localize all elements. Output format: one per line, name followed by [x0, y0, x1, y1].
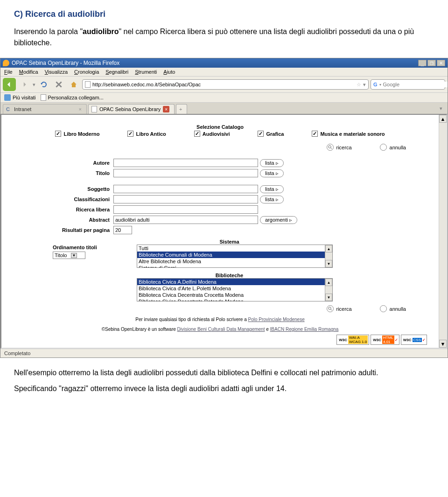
- wai-badge: W3CWAI-AWCAG 1.0: [336, 335, 369, 345]
- firefox-icon: [3, 60, 9, 66]
- lista-classif-button[interactable]: lista▹: [260, 196, 284, 203]
- divisione-link[interactable]: Divisione Beni Culturali Data Management: [177, 327, 265, 332]
- list-item[interactable]: Sistema di Carpi: [137, 265, 325, 267]
- tab-favicon: C: [6, 106, 12, 112]
- scroll-down-icon[interactable]: ▼: [439, 340, 447, 348]
- bookmark-customize[interactable]: Personalizza collegam...: [41, 94, 104, 101]
- titlebar: OPAC Sebina OpenLibrary - Mozilla Firefo…: [0, 58, 448, 68]
- annulla-button-bottom[interactable]: annulla: [380, 305, 406, 312]
- folder-icon: [4, 94, 11, 101]
- menu-view[interactable]: Visualizza: [45, 69, 68, 75]
- polo-link[interactable]: Polo Provinciale Modenese: [248, 317, 305, 322]
- status-bar: Completato: [0, 349, 448, 357]
- footer-note-2: ©Sebina OpenLibrary è un software Divisi…: [6, 327, 434, 332]
- reload-button[interactable]: [37, 78, 50, 91]
- lista-autore-button[interactable]: lista▹: [260, 159, 284, 167]
- argomenti-button[interactable]: argomenti▹: [260, 216, 297, 224]
- url-bar[interactable]: http://sebinaweb.cedoc.mo.it/SebinaOpac/…: [82, 79, 369, 90]
- listbox-biblioteche[interactable]: Biblioteca Civica A.Delfini Modena Bibli…: [137, 278, 333, 301]
- section-title: C) Ricerca di audiolibri: [14, 9, 434, 19]
- label-grafica: Grafica: [266, 131, 284, 137]
- input-classificazioni[interactable]: [113, 195, 258, 203]
- menu-history[interactable]: Cronologia: [74, 69, 99, 75]
- back-button[interactable]: [3, 78, 16, 91]
- tab-bar: C Intranet × OPAC Sebina OpenLibrary × +…: [0, 103, 448, 114]
- checkbox-grafica[interactable]: ✓: [258, 131, 264, 137]
- ricerca-button-top[interactable]: ricerca: [327, 144, 352, 151]
- close-window-button[interactable]: ×: [437, 60, 445, 66]
- input-autore[interactable]: [113, 159, 258, 167]
- label-ordinamento: Ordinamento titoli: [53, 245, 113, 250]
- input-ricerca-libera[interactable]: [113, 205, 258, 214]
- label-audiovisivi: Audiovisivi: [203, 131, 230, 137]
- list-item[interactable]: Biblioteca Civica Decentrata Crocetta Mo…: [137, 292, 325, 298]
- list-item[interactable]: Altre Biblioteche di Modena: [137, 258, 325, 265]
- label-classificazioni: Classificazioni: [53, 196, 113, 202]
- page-icon: [41, 94, 46, 101]
- minimize-button[interactable]: _: [418, 60, 427, 66]
- checkbox-musica[interactable]: ✓: [312, 131, 318, 137]
- w3c-badges: W3CWAI-AWCAG 1.0 W3CHTML4.01✓ W3CCSS✓: [6, 333, 434, 348]
- list-item[interactable]: Biblioteca Civica Decentrata Rotonda Mod…: [137, 298, 325, 301]
- intro-paragraph: Inserendo la parola "audiolibro" nel cam…: [14, 26, 434, 49]
- page-scrollbar[interactable]: ▲ ▼: [439, 115, 447, 348]
- menu-edit[interactable]: Modifica: [19, 69, 38, 75]
- tab-list-button[interactable]: ▾: [437, 104, 445, 114]
- sistema-heading: Sistema: [53, 239, 406, 245]
- star-icon[interactable]: ☆: [357, 82, 361, 88]
- checkbox-audiovisivi[interactable]: ✓: [194, 131, 200, 137]
- label-autore: Autore: [53, 160, 113, 166]
- ricerca-button-bottom[interactable]: ricerca: [327, 305, 352, 312]
- dropdown-ordinamento[interactable]: Titolo▼: [53, 252, 85, 259]
- cancel-circle-icon: [380, 305, 387, 312]
- scroll-up-icon[interactable]: ▲: [439, 115, 447, 123]
- label-risultati: Risultati per pagina: [53, 227, 113, 233]
- input-risultati[interactable]: [113, 226, 132, 234]
- annulla-button-top[interactable]: annulla: [380, 144, 406, 151]
- input-soggetto[interactable]: [113, 185, 258, 193]
- listbox-sistema[interactable]: Tutti Biblioteche Comunali di Modena Alt…: [137, 245, 333, 268]
- label-libro-antico: Libro Antico: [136, 131, 166, 137]
- input-titolo[interactable]: [113, 169, 258, 177]
- search-box[interactable]: G▾: [371, 79, 445, 90]
- list-item[interactable]: Biblioteche Comunali di Modena: [137, 252, 325, 258]
- list-item[interactable]: Biblioteca Civica d'Arte L.Poletti Moden…: [137, 285, 325, 292]
- checkbox-libro-moderno[interactable]: ✓: [55, 131, 61, 137]
- tab-close-icon[interactable]: ×: [163, 106, 169, 112]
- ragazzi-paragraph: Specificando "ragazzi" otterremo invece …: [14, 383, 434, 394]
- maximize-button[interactable]: ❐: [427, 60, 436, 66]
- html-badge: W3CHTML4.01✓: [371, 335, 399, 345]
- google-icon: G: [373, 81, 378, 88]
- label-musica: Musica e materiale sonoro: [320, 131, 385, 137]
- tab-favicon: [91, 106, 97, 112]
- label-abstract: Abstract: [53, 217, 113, 223]
- list-item[interactable]: Tutti: [137, 245, 325, 252]
- listbox-scrollbar[interactable]: ▲▼: [325, 279, 332, 301]
- stop-button[interactable]: [52, 78, 65, 91]
- lista-soggetto-button[interactable]: lista▹: [260, 185, 284, 193]
- menu-tools[interactable]: Strumenti: [135, 69, 157, 75]
- home-button[interactable]: [67, 78, 80, 91]
- new-tab-button[interactable]: +: [176, 104, 187, 114]
- label-libro-moderno: Libro Moderno: [63, 131, 99, 137]
- catalog-checkboxes: ✓Libro Moderno ✓Libro Antico ✓Audiovisiv…: [6, 131, 434, 137]
- lista-titolo-button[interactable]: lista▹: [260, 169, 284, 177]
- menu-help[interactable]: Aiuto: [163, 69, 175, 75]
- checkbox-libro-antico[interactable]: ✓: [127, 131, 133, 137]
- example-paragraph: Nell'esempio otterremo la lista degli au…: [14, 367, 434, 378]
- menu-bookmarks[interactable]: Segnalibri: [105, 69, 128, 75]
- forward-button[interactable]: [18, 78, 31, 91]
- tab-opac[interactable]: OPAC Sebina OpenLibrary ×: [88, 104, 175, 114]
- tab-intranet[interactable]: C Intranet ×: [3, 104, 87, 114]
- label-soggetto: Soggetto: [53, 186, 113, 192]
- list-item[interactable]: Biblioteca Civica A.Delfini Modena: [137, 279, 325, 285]
- search-input[interactable]: [383, 82, 448, 87]
- ibacn-link[interactable]: IBACN Regione Emilia Romagna: [270, 327, 339, 332]
- search-circle-icon: [327, 305, 334, 312]
- bookmark-most-visited[interactable]: Più visitati: [4, 94, 36, 101]
- menu-file[interactable]: File: [4, 69, 13, 75]
- tab-close-icon[interactable]: ×: [79, 106, 82, 112]
- input-abstract[interactable]: [113, 216, 258, 224]
- listbox-scrollbar[interactable]: ▲▼: [325, 245, 332, 267]
- footer-note-1: Per inviare qualsiasi tipo di richiesta …: [6, 317, 434, 322]
